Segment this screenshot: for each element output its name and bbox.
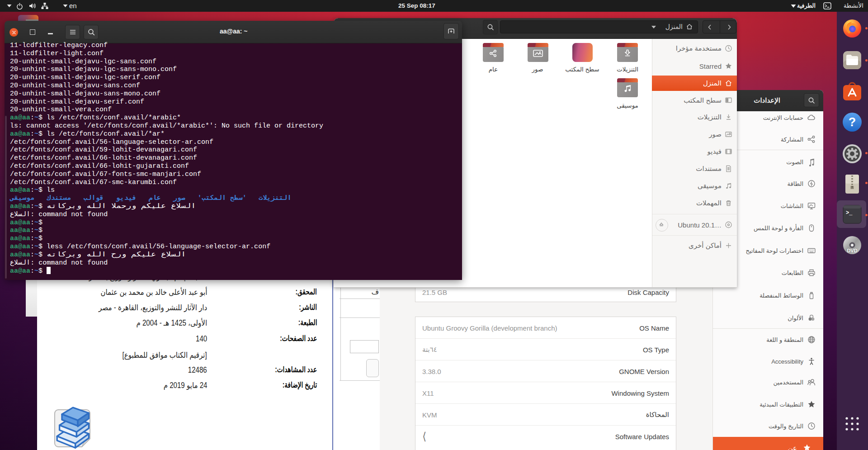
svg-text:>_: >_: [846, 210, 853, 216]
svg-text:?: ?: [849, 115, 856, 129]
svg-text:DVD: DVD: [847, 248, 857, 253]
